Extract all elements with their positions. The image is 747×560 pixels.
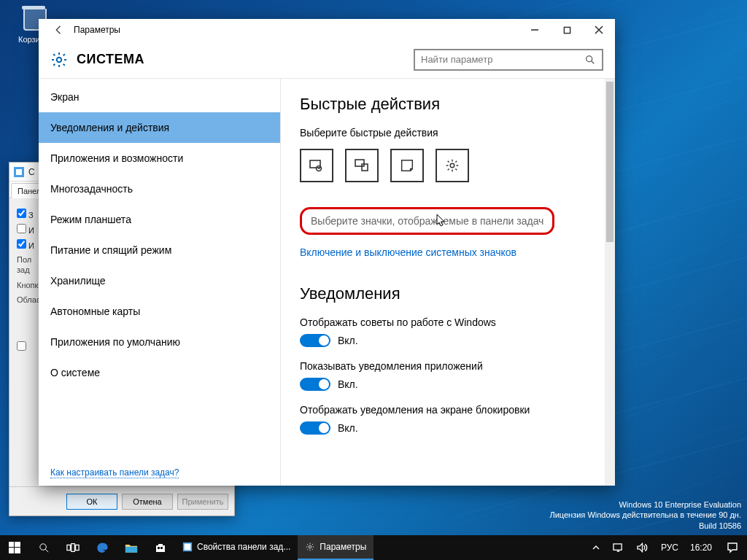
tray-language[interactable]: РУС [658,542,681,553]
sidebar-item-notifications[interactable]: Уведомления и действия [39,112,280,143]
search-placeholder: Найти параметр [421,54,584,65]
watermark-line2: Лицензия Windows действительна в течение… [549,510,741,520]
svg-rect-14 [71,544,75,552]
close-icon [595,26,603,34]
volume-icon [637,542,648,553]
qa-tile-all-settings[interactable] [436,149,469,182]
svg-rect-5 [355,160,364,166]
sidebar-item-tablet[interactable]: Режим планшета [39,204,280,235]
action-center-icon [727,542,738,553]
task-settings-label: Параметры [320,542,366,552]
settings-search-input[interactable]: Найти параметр [414,49,603,71]
main-scrollbar[interactable] [605,79,615,486]
svg-rect-13 [67,545,71,550]
svg-rect-10 [9,548,14,553]
watermark-line1: Windows 10 Enterprise Evaluation [549,499,741,510]
store-icon [155,542,166,553]
svg-rect-6 [362,164,368,171]
watermark-line3: Build 10586 [549,521,741,531]
sidebar-item-defaultapps[interactable]: Приложения по умолчанию [39,327,280,357]
settings-window-title: Параметры [74,25,120,35]
bg-ok-button[interactable]: ОК [66,494,117,510]
file-explorer-button[interactable] [117,535,146,560]
section-title: СИСТЕМА [77,52,144,67]
sidebar-item-power[interactable]: Питание и спящий режим [39,235,280,265]
toggle-tips-label: Отображать советы по работе с Windows [300,316,596,328]
toggle-tips[interactable] [300,334,330,347]
gear-small-icon [444,158,460,174]
task-taskbar-properties-label: Свойства панели зад... [197,542,290,552]
edge-button[interactable] [88,535,117,560]
settings-main-pane: Быстрые действия Выберите быстрые действ… [281,79,615,486]
svg-point-1 [57,57,61,61]
network-icon [613,543,624,553]
taskbar-search-button[interactable] [29,535,58,560]
tray-chevron[interactable] [589,544,603,551]
scrollbar-thumb[interactable] [606,82,614,242]
gear-icon [50,51,68,69]
qa-tile-note[interactable] [390,149,424,182]
sidebar-item-apps[interactable]: Приложения и возможности [39,143,280,174]
toggle-app-notify[interactable] [300,378,330,391]
qa-tile-tablet-mode[interactable] [300,149,333,182]
properties-task-icon [182,542,193,552]
svg-point-2 [587,55,592,61]
folder-icon [125,542,138,553]
settings-window: Параметры СИСТЕМА Найти параметр Экран У… [39,19,615,486]
quick-actions-heading: Быстрые действия [300,95,596,114]
settings-header: СИСТЕМА Найти параметр [39,41,615,79]
action-center-button[interactable] [718,535,747,560]
svg-rect-21 [614,543,622,549]
svg-rect-16 [158,547,160,549]
minimize-button[interactable] [519,19,551,41]
evaluation-watermark: Windows 10 Enterprise Evaluation Лицензи… [549,499,741,531]
svg-point-7 [450,163,454,168]
search-icon [38,542,50,554]
chevron-up-icon [592,544,600,551]
task-view-button[interactable] [58,535,88,560]
sidebar-item-display[interactable]: Экран [39,82,280,112]
back-button[interactable] [49,20,69,40]
search-icon [584,54,596,66]
connect-icon [353,157,371,174]
sidebar-item-maps[interactable]: Автономные карты [39,296,280,327]
settings-titlebar[interactable]: Параметры [39,19,615,41]
qa-tile-connect[interactable] [345,149,379,182]
bg-apply-button[interactable]: Применить [177,494,228,510]
taskbar-clock[interactable]: 16:20 [684,535,718,560]
svg-rect-9 [15,542,20,547]
minimize-icon [530,26,539,34]
gear-icon [305,542,315,552]
bg-cancel-button[interactable]: Отмена [122,494,173,510]
close-button[interactable] [583,19,615,41]
svg-rect-8 [9,542,14,547]
sidebar-item-storage[interactable]: Хранилище [39,265,280,296]
tray-network[interactable] [610,543,627,553]
sidebar-item-multitask[interactable]: Многозадачность [39,174,280,204]
toggle-app-notify-label: Показывать уведомления приложений [300,360,596,372]
start-button[interactable] [0,535,29,560]
toggle-lockscreen-label: Отображать уведомления на экране блокиро… [300,404,596,416]
svg-rect-0 [564,27,570,33]
link-choose-taskbar-icons-label: Выберите значки, отображаемые в панели з… [311,215,543,227]
svg-rect-17 [160,547,163,549]
sidebar-item-about[interactable]: О системе [39,357,280,388]
toggle-app-notify-state: Вкл. [338,378,358,390]
back-arrow-icon [53,23,66,36]
toggle-lockscreen[interactable] [300,421,330,435]
task-taskbar-properties[interactable]: Свойства панели зад... [175,535,298,560]
maximize-button[interactable] [551,19,583,41]
svg-rect-19 [185,544,191,551]
tray-volume[interactable] [634,542,651,553]
help-link[interactable]: Как настраивать панели задач? [50,467,179,478]
toggle-tips-state: Вкл. [338,335,358,346]
link-choose-taskbar-icons[interactable]: Выберите значки, отображаемые в панели з… [300,207,554,235]
taskbar: Свойства панели зад... Параметры РУС 16:… [0,535,747,560]
maximize-icon [563,26,571,34]
windows-logo-icon [9,542,20,553]
task-settings[interactable]: Параметры [298,535,374,560]
edge-icon [96,542,109,554]
link-system-icons[interactable]: Включение и выключение системных значков [300,246,516,258]
task-view-icon [66,542,80,553]
store-button[interactable] [146,535,175,560]
